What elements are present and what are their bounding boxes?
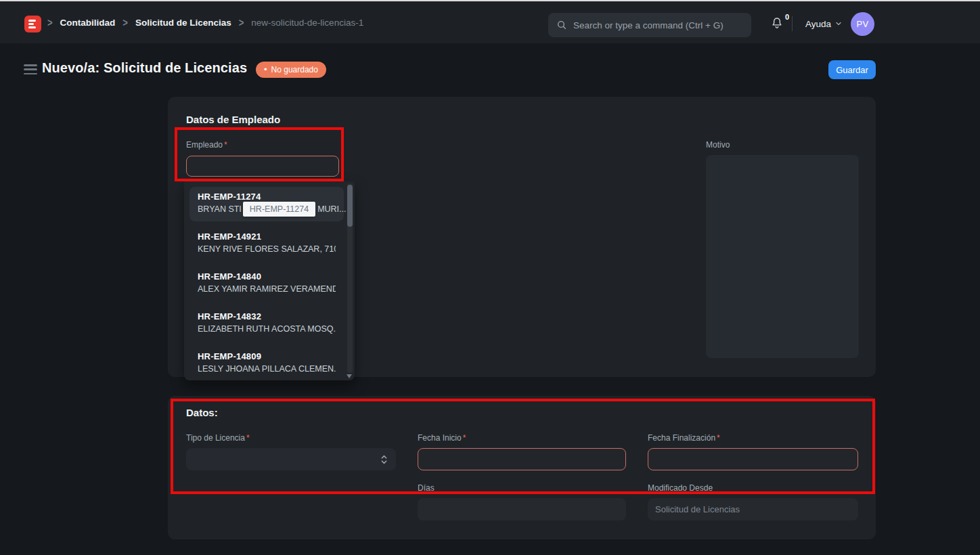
list-item[interactable]: HR-EMP-14921 KENY RIVE FLORES SALAZAR, 7… [190,227,344,261]
search-icon [556,20,567,30]
user-avatar[interactable]: PV [851,12,874,36]
employee-name: LESLY JHOANA PILLACA CLEMEN... [198,364,336,375]
employee-name: BRYAN STI HR-EMP-11274 MURI... [198,204,336,215]
empleado-field-label: Empleado* [186,140,227,150]
breadcrumb-contabilidad[interactable]: Contabilidad [60,18,116,28]
status-badge: • No guardado [256,62,326,78]
list-item[interactable]: HR-EMP-14832 ELIZABETH RUTH ACOSTA MOSQ.… [190,307,344,341]
section-heading-empleado: Datos de Empleado [186,114,280,125]
help-menu[interactable]: Ayuda [805,16,843,31]
modificado-desde-label: Modificado Desde [648,483,858,493]
chevron-right-icon: > [122,16,128,29]
fecha-finalizacion-input[interactable] [648,448,858,470]
required-marker: * [224,140,227,150]
tipo-licencia-select[interactable] [186,448,396,470]
employee-name: ELIZABETH RUTH ACOSTA MOSQ... [198,324,336,335]
empleado-input[interactable] [186,156,339,177]
chevron-right-icon: > [47,16,53,29]
required-marker: * [246,433,250,443]
sidebar-toggle-icon[interactable] [24,64,37,74]
search-input[interactable] [573,20,743,30]
hover-tooltip: HR-EMP-11274 [243,202,315,217]
employee-id: HR-EMP-11274 [198,192,336,202]
employee-name: ALEX YAMIR RAMIREZ VERAMEND... [198,284,336,295]
employee-id: HR-EMP-14921 [198,231,336,242]
status-badge-label: No guardado [271,65,318,74]
tipo-licencia-label: Tipo de Licencia* [186,433,396,443]
employee-id: HR-EMP-14840 [198,271,336,282]
employee-name: KENY RIVE FLORES SALAZAR, 710... [198,244,336,255]
required-marker: * [717,433,720,443]
breadcrumb: > Contabilidad > Solicitud de Licencias … [47,1,363,43]
status-dot: • [264,65,267,74]
chevron-right-icon: > [239,16,244,29]
fecha-inicio-input[interactable] [418,448,626,470]
notifications-button[interactable]: 0 [770,16,788,33]
save-button[interactable]: Guardar [828,60,876,79]
scrollbar-thumb[interactable] [347,185,353,227]
employee-id: HR-EMP-14832 [198,311,336,321]
navbar: > Contabilidad > Solicitud de Licencias … [0,1,980,43]
empleado-dropdown-list: HR-EMP-11274 BRYAN STI HR-EMP-11274 MURI… [184,181,355,380]
breadcrumb-solicitud-de-licencias[interactable]: Solicitud de Licencias [135,18,231,28]
list-item[interactable]: HR-EMP-14840 ALEX YAMIR RAMIREZ VERAMEND… [190,267,344,301]
global-search[interactable] [548,13,751,37]
list-item[interactable]: HR-EMP-14809 LESLY JHOANA PILLACA CLEMEN… [190,347,344,380]
dias-input[interactable] [418,498,626,520]
scroll-down-arrow-icon[interactable] [347,374,352,378]
fecha-inicio-label: Fecha Inicio* [418,433,626,443]
list-item[interactable]: HR-EMP-11274 BRYAN STI HR-EMP-11274 MURI… [190,187,344,221]
fecha-finalizacion-label: Fecha Finalización* [648,433,858,443]
notification-count-badge: 0 [785,13,789,21]
app-window: > Contabilidad > Solicitud de Licencias … [0,0,980,555]
datos-section: Datos: Tipo de Licencia* Fecha Inicio* F… [168,396,876,539]
navbar-divider [792,16,793,31]
help-menu-label: Ayuda [805,19,831,29]
motivo-textarea[interactable] [706,155,859,358]
select-chevrons-icon [380,454,388,465]
motivo-field-label: Motivo [706,140,730,150]
dias-label: Días [418,483,626,493]
breadcrumb-current-doc: new-solicitud-de-licencias-1 [251,18,363,28]
app-logo-icon[interactable] [24,16,41,32]
chevron-down-icon [834,20,843,28]
section-heading-datos: Datos: [186,407,218,418]
modificado-desde-input[interactable] [648,498,858,520]
page-title: Nuevo/a: Solicitud de Licencias [42,60,247,76]
required-marker: * [463,433,466,443]
employee-id: HR-EMP-14809 [198,351,336,361]
